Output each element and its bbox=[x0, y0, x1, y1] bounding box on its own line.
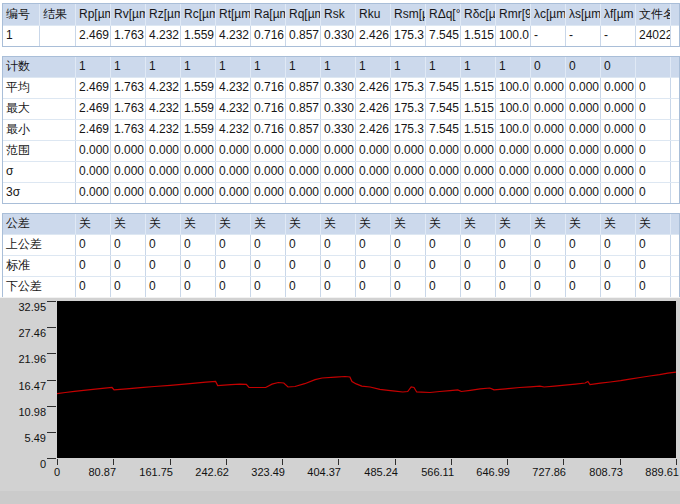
stat-Rc[µm[interactable]: 1.559 bbox=[180, 78, 215, 98]
tolerance-Rku[interactable]: 0 bbox=[355, 256, 390, 276]
tolerance-λs[µm[interactable]: 0 bbox=[565, 277, 600, 297]
stat-RΔq[°[interactable]: 7.545 bbox=[425, 78, 460, 98]
stat-Rc[µm[interactable]: 1.559 bbox=[180, 99, 215, 119]
cell-RΔq[°[interactable]: 7.545 bbox=[425, 26, 460, 46]
stat-Rp[µm[interactable]: 0.000 bbox=[75, 162, 110, 182]
cell-λs[µm[interactable]: - bbox=[565, 26, 600, 46]
stat-Rsk[interactable]: 0.330 bbox=[320, 120, 355, 140]
tolerance-Rc[µm[interactable]: 0 bbox=[180, 277, 215, 297]
tolerance-RΔq[°[interactable]: 0 bbox=[425, 256, 460, 276]
stat-Rz[µm[interactable]: 4.232 bbox=[145, 99, 180, 119]
stat-Rδc[µ[interactable]: 0.000 bbox=[460, 183, 495, 203]
tolerance-toggle-λf[µm[interactable]: 关 bbox=[600, 214, 635, 234]
tolerance-Rz[µm[interactable]: 0 bbox=[145, 235, 180, 255]
tolerance-toggle-Ra[µm[interactable]: 关 bbox=[250, 214, 285, 234]
count-λs[µm[interactable]: 0 bbox=[565, 57, 600, 77]
tolerance-toggle-Rsk[interactable]: 关 bbox=[320, 214, 355, 234]
cell-λf[µm[interactable]: - bbox=[600, 26, 635, 46]
tolerance-toggle-Rp[µm[interactable]: 关 bbox=[75, 214, 110, 234]
stat-Rsm[µ[interactable]: 175.3 bbox=[390, 120, 425, 140]
stat-Rmr[9[interactable]: 100.0 bbox=[495, 120, 530, 140]
tolerance-toggle-λs[µm[interactable]: 关 bbox=[565, 214, 600, 234]
tolerance-Rv[µm[interactable]: 0 bbox=[110, 256, 145, 276]
tolerance-Rmr[9[interactable]: 0 bbox=[495, 256, 530, 276]
stat-文件名[interactable]: 0 bbox=[635, 141, 670, 161]
count-Rsm[µ[interactable]: 1 bbox=[390, 57, 425, 77]
tolerance-toggle-RΔq[°[interactable]: 关 bbox=[425, 214, 460, 234]
cell-Rku[interactable]: 2.426 bbox=[355, 26, 390, 46]
stat-Rz[µm[interactable]: 4.232 bbox=[145, 78, 180, 98]
stat-Rδc[µ[interactable]: 0.000 bbox=[460, 162, 495, 182]
stat-文件名[interactable]: 0 bbox=[635, 99, 670, 119]
tolerance-Rp[µm[interactable]: 0 bbox=[75, 256, 110, 276]
stat-RΔq[°[interactable]: 0.000 bbox=[425, 183, 460, 203]
tolerance-RΔq[°[interactable]: 0 bbox=[425, 235, 460, 255]
stat-Rt[µm[interactable]: 0.000 bbox=[215, 162, 250, 182]
count-λc[µm[interactable]: 0 bbox=[530, 57, 565, 77]
stat-Rz[µm[interactable]: 4.232 bbox=[145, 120, 180, 140]
tolerance-toggle-Rq[µm[interactable]: 关 bbox=[285, 214, 320, 234]
column-header-Rv[µm[interactable]: Rv[µm bbox=[110, 4, 145, 25]
tolerance-Rt[µm[interactable]: 0 bbox=[215, 256, 250, 276]
tolerance-Rδc[µ[interactable]: 0 bbox=[460, 256, 495, 276]
tolerance-Rq[µm[interactable]: 0 bbox=[285, 235, 320, 255]
stat-Rsm[µ[interactable]: 175.3 bbox=[390, 99, 425, 119]
tolerance-Rt[µm[interactable]: 0 bbox=[215, 277, 250, 297]
column-header-Ra[µm[interactable]: Ra[µm bbox=[250, 4, 285, 25]
column-header-Rz[µm[interactable]: Rz[µm bbox=[145, 4, 180, 25]
stat-Rv[µm[interactable]: 1.763 bbox=[110, 99, 145, 119]
tolerance-Rδc[µ[interactable]: 0 bbox=[460, 277, 495, 297]
stat-Rδc[µ[interactable]: 1.515 bbox=[460, 120, 495, 140]
stat-Rku[interactable]: 0.000 bbox=[355, 183, 390, 203]
stat-Rku[interactable]: 0.000 bbox=[355, 141, 390, 161]
tolerance-λc[µm[interactable]: 0 bbox=[530, 277, 565, 297]
stat-Rt[µm[interactable]: 4.232 bbox=[215, 99, 250, 119]
tolerance-Rku[interactable]: 0 bbox=[355, 277, 390, 297]
tolerance-Rsm[µ[interactable]: 0 bbox=[390, 277, 425, 297]
tolerance-toggle-Rmr[9[interactable]: 关 bbox=[495, 214, 530, 234]
stat-λf[µm[interactable]: 0.000 bbox=[600, 99, 635, 119]
stat-λs[µm[interactable]: 0.000 bbox=[565, 78, 600, 98]
tolerance-Rc[µm[interactable]: 0 bbox=[180, 235, 215, 255]
count-Rv[µm[interactable]: 1 bbox=[110, 57, 145, 77]
cell-文件名[interactable]: 24022 bbox=[635, 26, 670, 46]
cell-Ra[µm[interactable]: 0.716 bbox=[250, 26, 285, 46]
stat-RΔq[°[interactable]: 7.545 bbox=[425, 99, 460, 119]
count-Rq[µm[interactable]: 1 bbox=[285, 57, 320, 77]
column-header-Rku[interactable]: Rku bbox=[355, 4, 390, 25]
count-Rmr[9[interactable]: 1 bbox=[495, 57, 530, 77]
stat-Rc[µm[interactable]: 0.000 bbox=[180, 183, 215, 203]
stat-RΔq[°[interactable]: 0.000 bbox=[425, 162, 460, 182]
stat-Rq[µm[interactable]: 0.000 bbox=[285, 141, 320, 161]
tolerance-λf[µm[interactable]: 0 bbox=[600, 256, 635, 276]
count-Rp[µm[interactable]: 1 bbox=[75, 57, 110, 77]
tolerance-toggle-文件名[interactable]: 关 bbox=[635, 214, 670, 234]
column-header-Rδc[µ[interactable]: Rδc[µ bbox=[460, 4, 495, 25]
stat-Rsk[interactable]: 0.000 bbox=[320, 162, 355, 182]
count-Ra[µm[interactable]: 1 bbox=[250, 57, 285, 77]
tolerance-Ra[µm[interactable]: 0 bbox=[250, 235, 285, 255]
stat-RΔq[°[interactable]: 0.000 bbox=[425, 141, 460, 161]
stat-Rp[µm[interactable]: 2.469 bbox=[75, 120, 110, 140]
profile-plot[interactable] bbox=[57, 301, 676, 458]
stat-Rz[µm[interactable]: 0.000 bbox=[145, 162, 180, 182]
tolerance-λf[µm[interactable]: 0 bbox=[600, 235, 635, 255]
cell-Rt[µm[interactable]: 4.232 bbox=[215, 26, 250, 46]
stat-Rq[µm[interactable]: 0.857 bbox=[285, 78, 320, 98]
column-header-λf[µm[interactable]: λf[µm bbox=[600, 4, 635, 25]
column-header-Rsk[interactable]: Rsk bbox=[320, 4, 355, 25]
column-header-文件名[interactable]: 文件名 bbox=[635, 4, 670, 25]
stat-Rp[µm[interactable]: 2.469 bbox=[75, 78, 110, 98]
stat-文件名[interactable]: 0 bbox=[635, 183, 670, 203]
count-Rz[µm[interactable]: 1 bbox=[145, 57, 180, 77]
stat-Rku[interactable]: 2.426 bbox=[355, 120, 390, 140]
stat-λc[µm[interactable]: 0.000 bbox=[530, 183, 565, 203]
cell-λc[µm[interactable]: - bbox=[530, 26, 565, 46]
tolerance-Rmr[9[interactable]: 0 bbox=[495, 277, 530, 297]
tolerance-Rc[µm[interactable]: 0 bbox=[180, 256, 215, 276]
tolerance-λs[µm[interactable]: 0 bbox=[565, 235, 600, 255]
tolerance-toggle-Rt[µm[interactable]: 关 bbox=[215, 214, 250, 234]
stat-Ra[µm[interactable]: 0.000 bbox=[250, 162, 285, 182]
stat-Rt[µm[interactable]: 0.000 bbox=[215, 183, 250, 203]
tolerance-toggle-Rc[µm[interactable]: 关 bbox=[180, 214, 215, 234]
